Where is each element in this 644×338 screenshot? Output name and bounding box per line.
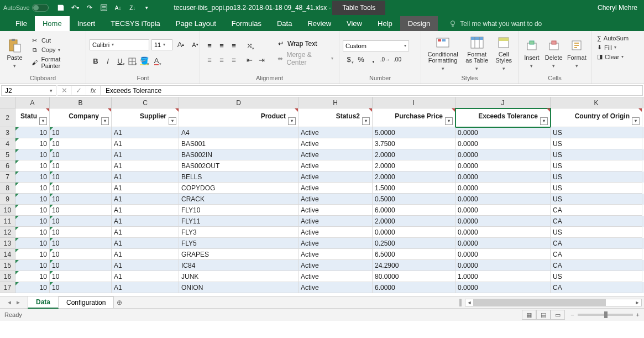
cell[interactable]: 6.0000 xyxy=(373,205,455,216)
decrease-indent-button[interactable]: ⇤ xyxy=(243,54,255,66)
font-name-combo[interactable]: Calibri▾ xyxy=(90,39,149,50)
cell[interactable]: BAS001 xyxy=(179,138,299,149)
align-top-button[interactable]: ≡ xyxy=(203,40,216,52)
row-header[interactable]: 10 xyxy=(0,205,15,216)
cell[interactable]: 10 xyxy=(50,160,112,171)
table-header-cell[interactable]: Status2▾ xyxy=(299,108,373,127)
sheet-nav-arrows[interactable]: ◄► xyxy=(0,299,28,305)
save-icon[interactable] xyxy=(54,2,67,14)
filter-dropdown-icon[interactable]: ▾ xyxy=(169,117,176,125)
cell[interactable]: 10 xyxy=(15,271,50,282)
format-painter-button[interactable]: 🖌Format Painter xyxy=(28,55,82,70)
cell[interactable]: A1 xyxy=(112,171,179,183)
cell[interactable]: CA xyxy=(551,238,642,249)
autosum-button[interactable]: ∑AutoSum xyxy=(595,34,641,42)
cell[interactable]: 10 xyxy=(15,205,50,216)
row-header[interactable]: 4 xyxy=(0,138,15,149)
column-header[interactable]: H xyxy=(299,97,373,108)
select-all-corner[interactable] xyxy=(0,97,15,108)
formula-input[interactable]: Exceeds Tolerance xyxy=(101,85,643,96)
bold-button[interactable]: B xyxy=(90,55,102,67)
cell[interactable]: A1 xyxy=(112,249,179,260)
filter-dropdown-icon[interactable]: ▾ xyxy=(362,117,370,125)
tab-home[interactable]: Home xyxy=(35,16,70,31)
row-header[interactable]: 11 xyxy=(0,216,15,227)
filter-dropdown-icon[interactable]: ▾ xyxy=(101,117,109,125)
insert-cells-button[interactable]: Insert xyxy=(522,35,542,71)
cell[interactable]: 10 xyxy=(15,249,50,260)
cell[interactable]: CA xyxy=(551,260,642,271)
row-header[interactable]: 5 xyxy=(0,149,15,160)
number-format-combo[interactable]: Custom▾ xyxy=(343,40,409,51)
cell[interactable]: 10 xyxy=(50,171,112,183)
filter-dropdown-icon[interactable]: ▾ xyxy=(632,117,640,125)
cell[interactable]: 0.0000 xyxy=(455,260,551,271)
cell[interactable]: FLY5 xyxy=(179,238,299,249)
zoom-control[interactable]: − + xyxy=(570,311,640,318)
cell[interactable]: A1 xyxy=(112,160,179,171)
cell[interactable]: 10 xyxy=(15,260,50,271)
cancel-formula-button[interactable]: ✕ xyxy=(57,86,72,95)
row-header[interactable]: 2 xyxy=(0,108,15,127)
zoom-slider[interactable] xyxy=(578,314,633,316)
wrap-text-button[interactable]: ↵Wrap Text xyxy=(274,39,336,48)
cell[interactable]: 10 xyxy=(15,160,50,171)
cell[interactable]: ONION xyxy=(179,282,299,293)
accounting-format-button[interactable]: $▾ xyxy=(343,54,355,66)
cell[interactable]: Active xyxy=(299,238,373,249)
row-header[interactable]: 9 xyxy=(0,194,15,205)
table-header-cell[interactable]: Statu▾ xyxy=(15,108,50,127)
cell[interactable]: 10 xyxy=(50,260,112,271)
filter-dropdown-icon[interactable]: ▾ xyxy=(288,117,296,125)
cell[interactable]: 2.0000 xyxy=(373,149,455,160)
cell[interactable]: A1 xyxy=(112,205,179,216)
cell[interactable]: FLY11 xyxy=(179,216,299,227)
cell[interactable]: Active xyxy=(299,271,373,282)
cell[interactable]: Active xyxy=(299,138,373,149)
account-name[interactable]: Cheryl Mehre xyxy=(598,4,637,12)
cut-button[interactable]: ✂Cut xyxy=(28,37,82,45)
row-header[interactable]: 6 xyxy=(0,160,15,171)
cell[interactable]: Active xyxy=(299,160,373,171)
grow-font-button[interactable]: A▴ xyxy=(175,39,187,51)
underline-button[interactable]: U▾ xyxy=(114,55,126,67)
cell[interactable]: CA xyxy=(551,282,642,293)
cell[interactable]: Active xyxy=(299,260,373,271)
undo-icon[interactable]: ↶▾ xyxy=(69,2,82,14)
cell[interactable]: 1.5000 xyxy=(373,183,455,194)
cell[interactable]: CA xyxy=(551,205,642,216)
tab-view[interactable]: View xyxy=(339,16,370,31)
cell[interactable]: Active xyxy=(299,205,373,216)
cell[interactable]: 10 xyxy=(15,138,50,149)
filter-dropdown-icon[interactable]: ▾ xyxy=(540,117,548,125)
sheet-tab-data[interactable]: Data xyxy=(28,296,59,309)
paste-button[interactable]: Paste xyxy=(3,35,26,71)
cell[interactable]: 10 xyxy=(50,138,112,149)
cell[interactable]: 10 xyxy=(50,271,112,282)
cell[interactable]: 0.2500 xyxy=(373,238,455,249)
tell-me-search[interactable]: Tell me what you want to do xyxy=(449,17,542,31)
cell[interactable]: A1 xyxy=(112,183,179,194)
page-break-view-button[interactable]: ▭ xyxy=(551,310,565,320)
cell[interactable]: US xyxy=(551,194,642,205)
column-header[interactable]: K xyxy=(551,97,642,108)
cell[interactable]: 0.0000 xyxy=(373,227,455,238)
cell[interactable]: JUNK xyxy=(179,271,299,282)
orientation-button[interactable]: ⤭▾ xyxy=(243,40,255,52)
font-size-combo[interactable]: 11▾ xyxy=(151,39,172,50)
cell[interactable]: 0.0000 xyxy=(455,249,551,260)
name-box[interactable]: J2▾ xyxy=(1,85,56,96)
cell[interactable]: A1 xyxy=(112,127,179,138)
cell[interactable]: Active xyxy=(299,127,373,138)
cell[interactable]: Active xyxy=(299,216,373,227)
cell[interactable]: 0.0000 xyxy=(455,282,551,293)
autosave-toggle[interactable]: AutoSave xyxy=(3,4,49,12)
table-header-cell[interactable]: Purchase Price▾ xyxy=(373,108,455,127)
cell[interactable]: 10 xyxy=(15,227,50,238)
cell[interactable]: 2.0000 xyxy=(373,216,455,227)
sort-asc-icon[interactable]: A↓ xyxy=(112,2,125,14)
row-header[interactable]: 17 xyxy=(0,282,15,293)
table-header-cell[interactable]: Country of Origin▾ xyxy=(551,108,642,127)
cell[interactable]: A1 xyxy=(112,260,179,271)
cell[interactable]: 5.0000 xyxy=(373,127,455,138)
